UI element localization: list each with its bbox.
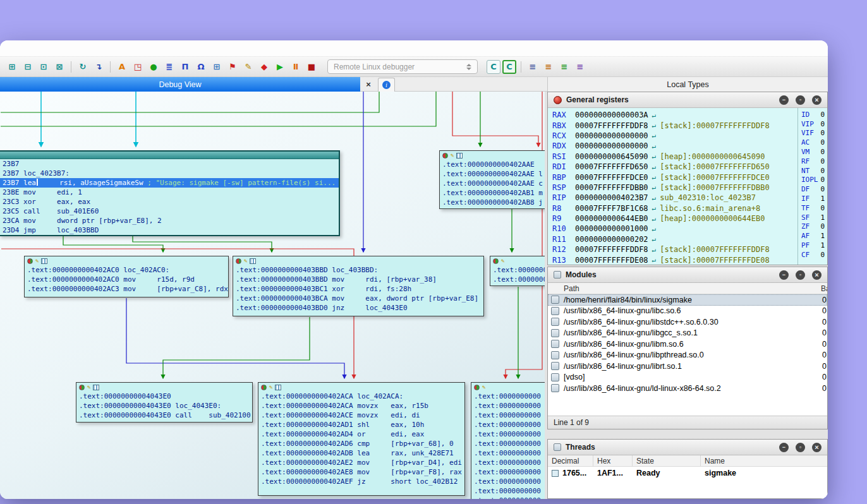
flag-row[interactable]: PF1 xyxy=(801,241,825,250)
asm-line[interactable]: .text:0000000000 xyxy=(471,411,545,420)
follow-link-icon[interactable] xyxy=(652,235,657,243)
asm-line[interactable]: .text:0000000000402ACE movzx edi, di xyxy=(258,411,464,420)
asm-line[interactable]: .text:0000000000402AC3 mov [rbp+var_C8],… xyxy=(25,284,228,294)
asm-line[interactable]: .text:0000000000403BCA mov eax, dword pt… xyxy=(233,294,483,303)
asm-line[interactable]: .text:0000000000402AD6 cmp [rbp+var_68],… xyxy=(258,439,464,448)
asm-line[interactable]: .text:0000000000 xyxy=(471,486,545,496)
chart-icon[interactable] xyxy=(275,385,281,390)
breakpoint-toggle-icon[interactable] xyxy=(236,258,241,264)
register-row[interactable]: R90000000000644EB0[heap]:0000000000644EB… xyxy=(552,213,797,224)
flag-row[interactable]: SF1 xyxy=(801,213,825,222)
asm-line[interactable]: .text:0000000000402ACA movzx eax, r15b xyxy=(258,401,464,411)
threads-column-header[interactable]: Decimal Hex State Name xyxy=(548,455,827,467)
module-row[interactable]: /usr/lib/x86_64-linux-gnu/librt.so.10 xyxy=(548,361,827,372)
float-button[interactable] xyxy=(796,95,805,105)
asm-line[interactable]: .text:00000000004043E0 xyxy=(76,392,252,401)
minimize-button[interactable] xyxy=(779,95,789,105)
flag-row[interactable]: NT0 xyxy=(801,166,825,176)
register-row[interactable]: RSI0000000000645090[heap]:00000000006450… xyxy=(552,152,797,162)
breakpoint-toggle-icon[interactable] xyxy=(261,385,267,390)
register-row[interactable]: R1300007FFFFFFFDE08[stack]:00007FFFFFFFD… xyxy=(552,255,797,265)
flag-row[interactable]: AF1 xyxy=(801,231,825,241)
asm-line[interactable]: .text:0000000000402AAE xyxy=(440,160,545,169)
float-button[interactable] xyxy=(796,270,805,280)
graph-view[interactable]: 23B723B7 loc_4023B7:23B7 lea rsi, aUsage… xyxy=(0,92,545,499)
graph-block-402AAE[interactable]: .text:0000000000402AAE.text:000000000040… xyxy=(439,150,545,209)
asm-line[interactable]: .text:0000000000 xyxy=(471,467,545,477)
tab-local-types[interactable]: Local Types xyxy=(547,77,828,92)
register-row[interactable]: R800007FFFF7BF1C68libc.so.6:main_arena+8 xyxy=(552,203,797,213)
asm-line[interactable]: 23CA mov dword ptr [rbp+var_E8], 2 xyxy=(0,216,339,225)
minimize-button[interactable] xyxy=(779,270,789,280)
asm-line[interactable]: .text:0000000000 xyxy=(471,401,545,411)
quick-c-view-icon[interactable]: C xyxy=(487,60,500,74)
asm-line[interactable]: .text:0000000000 xyxy=(471,420,545,429)
breakpoint-toggle-icon[interactable] xyxy=(442,153,448,159)
asm-line[interactable]: .text:0000000000402AAE l xyxy=(440,169,545,179)
asm-line[interactable]: .text:0000000000 xyxy=(471,496,545,499)
graph-block-403BBD[interactable]: .text:0000000000403BBD loc_403BBD:.text:… xyxy=(233,256,484,316)
window-cascade-icon[interactable]: ⊡ xyxy=(37,60,51,74)
asm-line[interactable]: .text:0000000000402AEF jz short loc_402B… xyxy=(258,477,464,486)
breakpoint-toggle-icon[interactable] xyxy=(493,258,499,264)
follow-link-icon[interactable] xyxy=(652,111,657,119)
asm-line[interactable]: .text:0000000000402ADB lea rax, unk_428E… xyxy=(258,448,464,458)
graph-block-4023B7[interactable]: 23B723B7 loc_4023B7:23B7 lea rsi, aUsage… xyxy=(0,150,340,236)
stop-process-icon[interactable]: ■ xyxy=(305,60,318,74)
asm-line[interactable]: .text:0000000000403BBD mov rdi, [rbp+var… xyxy=(233,275,483,284)
path-column-header[interactable]: Path xyxy=(548,284,579,293)
hex-column-header[interactable]: Hex xyxy=(593,455,633,466)
minimize-button[interactable] xyxy=(779,443,789,452)
modules-column-header[interactable]: Path Base xyxy=(548,283,827,294)
trace-icon[interactable]: ● xyxy=(147,60,161,74)
edit-node-icon[interactable] xyxy=(501,258,504,264)
flag-row[interactable]: VM0 xyxy=(801,147,825,157)
asm-line[interactable]: .text:0000000000403BBD loc_403BBD: xyxy=(233,265,483,275)
register-row[interactable]: RBX00007FFFFFFFDDF8[stack]:00007FFFFFFFD… xyxy=(552,120,797,130)
graph-block-right-clipped[interactable]: .text:0000000.text:0000000 xyxy=(490,256,545,286)
edit-node-icon[interactable] xyxy=(269,385,272,390)
follow-link-icon[interactable] xyxy=(652,163,657,171)
register-row[interactable]: R100000000000001000 xyxy=(552,224,797,234)
c-pseudocode-icon[interactable]: C xyxy=(502,60,516,74)
asm-line[interactable]: 23D4 jmp loc_403BBD xyxy=(0,225,339,235)
grid-view-icon[interactable]: ⊞ xyxy=(210,60,224,74)
asm-line[interactable]: .text:0000000000402AB8 j xyxy=(440,198,545,207)
asm-line[interactable]: .text:0000000000402AD1 shl eax, 10h xyxy=(258,420,464,429)
asm-line[interactable]: 23BE mov edi, 1 xyxy=(0,188,339,197)
module-row[interactable]: /usr/lib/x86_64-linux-gnu/libpthread.so.… xyxy=(548,350,827,361)
module-row[interactable]: /usr/lib/x86_64-linux-gnu/libm.so.60 xyxy=(548,339,827,350)
functions-list-icon[interactable]: ≡ xyxy=(557,60,571,74)
edit-node-icon[interactable] xyxy=(87,385,90,390)
asm-line[interactable]: .text:0000000000402AD4 or edi, eax xyxy=(258,429,464,439)
asm-line[interactable]: .text:0000000 xyxy=(490,265,545,275)
asm-line[interactable]: .text:0000000000402AB1 m xyxy=(440,188,545,198)
asm-line[interactable]: .text:00000000004043E0 loc_4043E0: xyxy=(76,401,252,411)
graph-block-bottom-right-clipped[interactable]: .text:0000000000.text:0000000000.text:00… xyxy=(471,382,545,499)
follow-link-icon[interactable] xyxy=(652,256,657,264)
flag-row[interactable]: TF0 xyxy=(801,203,825,213)
chart-icon[interactable] xyxy=(41,258,47,264)
find-text-icon[interactable]: A xyxy=(115,60,129,74)
breakpoint-toggle-icon[interactable] xyxy=(474,385,480,390)
asm-line[interactable]: .text:0000000000402AC0 loc_402AC0: xyxy=(25,265,228,275)
flag-row[interactable]: IOPL0 xyxy=(801,176,825,185)
asm-line[interactable]: .text:0000000000 xyxy=(471,429,545,439)
follow-link-icon[interactable] xyxy=(652,152,657,160)
tab-close-icon[interactable] xyxy=(363,78,374,90)
asm-line[interactable]: .text:0000000000 xyxy=(471,477,545,486)
breakpoint-window-icon[interactable]: ◳ xyxy=(131,60,145,74)
asm-line[interactable]: .text:0000000000 xyxy=(471,458,545,467)
register-row[interactable]: RCX0000000000000000 xyxy=(552,131,797,141)
tab-debug-view[interactable]: Debug View xyxy=(0,77,360,92)
flag-row[interactable]: VIP0 xyxy=(801,119,825,129)
flag-row[interactable]: ZF0 xyxy=(801,222,825,232)
graph-block-4043E0[interactable]: .text:00000000004043E0.text:000000000040… xyxy=(76,382,253,423)
omega-structs-icon[interactable]: Ω xyxy=(194,60,208,74)
asm-line[interactable]: 23B7 loc_4023B7: xyxy=(0,169,339,178)
follow-link-icon[interactable] xyxy=(652,204,657,212)
flag-row[interactable]: IF1 xyxy=(801,194,825,203)
flag-row[interactable]: RF0 xyxy=(801,157,825,166)
window-list-icon[interactable]: ⊞ xyxy=(5,60,19,74)
close-button[interactable] xyxy=(812,443,822,452)
